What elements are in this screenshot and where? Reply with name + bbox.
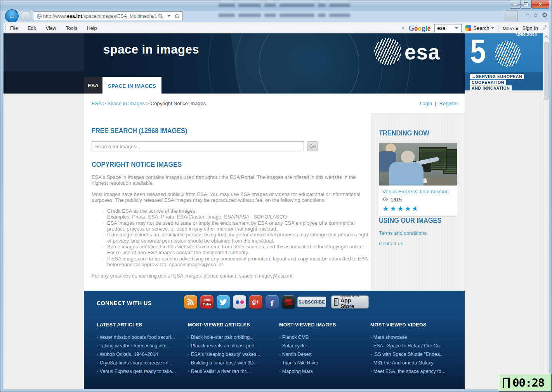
youtube-icon[interactable]: YouTube (200, 295, 214, 309)
footer-link[interactable]: ISS with Space Shuttle "Endea... (370, 350, 462, 359)
footer-column-list: Mars showcaseESA - Space to Relax / Our … (370, 333, 462, 376)
toolbar-divider (498, 25, 498, 32)
footer-link[interactable]: Mars showcase (370, 333, 462, 342)
footer-link[interactable]: ESA's 'sleeping beauty' wakes... (188, 350, 279, 359)
footer-link[interactable]: Solar cycle (279, 342, 370, 350)
toolbar-grip (5, 24, 6, 31)
trending-card[interactable]: Venus Express' final mission 1615 ★★★★☆★ (379, 142, 457, 217)
footer-column-list: Water mission boosts food securi...Takin… (97, 333, 188, 376)
footer-column-heading: LATEST ARTICLES (97, 322, 184, 328)
url-text[interactable]: http://www.esa.int/spaceinimages/ESA_Mul… (43, 14, 156, 19)
forward-button[interactable]: → (21, 11, 31, 21)
social-icons-row: YouTubeg+f (184, 295, 295, 309)
settings-gear-icon[interactable]: ⚙ (542, 11, 548, 19)
toolbar-more-button[interactable]: More » (502, 25, 518, 31)
app-store-badge[interactable]: Available on the App Store (331, 295, 369, 309)
browser-window: × ← → http://www.esa.int/spaceinimages/E… (0, 0, 552, 392)
wrench-icon[interactable] (542, 24, 548, 32)
toolbar-close-icon[interactable]: × (402, 25, 405, 31)
footer-link[interactable]: M31 the Andromeda Galaxy (370, 359, 462, 367)
toolbar-search-button[interactable]: Search (465, 25, 494, 31)
contact-us-link[interactable]: Contact us (379, 241, 465, 246)
anniversary-globe-icon (495, 41, 521, 67)
title-bar[interactable]: × (0, 0, 552, 11)
footer-link[interactable]: Meet ESA, the space agency fo... (370, 367, 462, 376)
footer-link[interactable]: Namib Desert (279, 350, 370, 359)
breadcrumb: ESA > Space in Images > Copyright Notice… (92, 101, 206, 106)
trending-photo[interactable] (379, 143, 457, 186)
google-toolbar-icon (465, 25, 471, 31)
breadcrumb-link[interactable]: Space in Images (107, 101, 145, 106)
footer-link[interactable]: Planck reveals an almost perf... (188, 342, 279, 350)
maximize-button[interactable] (521, 0, 532, 9)
breadcrumb-separator: > (145, 101, 151, 106)
close-button[interactable]: × (531, 0, 549, 9)
livestream-icon[interactable] (282, 295, 295, 309)
tab-stub[interactable] (505, 10, 518, 21)
chevron-down-icon[interactable] (165, 15, 172, 17)
go-button[interactable]: Go (307, 141, 318, 151)
footer-link[interactable]: Titan's Nile River (279, 359, 370, 367)
tab-esa[interactable]: ESA (84, 77, 102, 94)
favorites-star-icon[interactable]: ☆ (533, 11, 539, 19)
header-margin-left-lower (3, 71, 84, 94)
address-bar[interactable]: http://www.esa.int/spaceinimages/ESA_Mul… (33, 11, 183, 21)
image-search-input[interactable] (92, 141, 304, 151)
timer-icon (503, 378, 510, 388)
twitter-icon[interactable] (217, 295, 230, 309)
googleplus-icon[interactable]: g+ (249, 295, 262, 309)
tab-space-in-images[interactable]: SPACE IN IMAGES (102, 77, 161, 95)
scroll-up-button[interactable] (543, 33, 549, 40)
footer-link[interactable]: Mapping Mars (279, 367, 370, 376)
footer-link[interactable]: Reull Vallis: a river ran thr... (188, 367, 279, 376)
image-search-row: Go (92, 141, 369, 151)
register-link[interactable]: Register (439, 101, 458, 106)
toolbar-sign-in[interactable]: Sign In (522, 25, 538, 31)
trending-item-title[interactable]: Venus Express' final mission (379, 186, 457, 196)
minimize-button[interactable] (510, 0, 521, 9)
breadcrumb-link[interactable]: ESA (92, 101, 101, 106)
menu-help[interactable]: Help (86, 25, 98, 32)
menu-edit[interactable]: Edit (26, 25, 37, 32)
navigation-bar: ← → http://www.esa.int/spaceinimages/ESA… (3, 10, 549, 22)
background-window-title-blur-2 (219, 14, 350, 17)
footer-link[interactable]: CryoSat finds sharp increase in ... (97, 359, 188, 367)
footer-link[interactable]: Taking weather forecasting into ... (97, 342, 188, 350)
back-button[interactable]: ← (5, 9, 19, 23)
slogan-line: AND INNOVATION (470, 85, 512, 90)
toolbar-search-input[interactable] (436, 25, 453, 31)
photo-person (389, 162, 424, 186)
footer-link[interactable]: Building a lunar base with 3D... (188, 359, 279, 367)
view-count: 1615 (379, 196, 457, 203)
footer-link[interactable]: Water mission boosts food securi... (97, 333, 188, 342)
login-link[interactable]: Login (420, 101, 432, 106)
vertical-scrollbar[interactable] (543, 33, 549, 389)
esa-logo[interactable]: esa (374, 38, 442, 65)
footer-link[interactable]: Venus Express gets ready to take... (97, 367, 188, 376)
rss-icon[interactable] (184, 295, 197, 309)
page-viewport: space in images esa 1964-2014 5 → SERVIN… (3, 33, 549, 389)
toolbar-search-box[interactable] (434, 24, 462, 32)
google-logo: Google (408, 24, 430, 33)
refresh-icon[interactable] (174, 14, 180, 19)
menu-view[interactable]: View (45, 25, 57, 32)
footer-link[interactable]: Planck CMB (279, 333, 370, 342)
anniversary-years: 1964-2014 (516, 33, 537, 37)
facebook-icon[interactable]: f (266, 295, 279, 309)
slogan-line: COOPERATION (470, 80, 506, 85)
footer-link[interactable]: Black hole-star pair orbiting... (188, 333, 279, 342)
footer-link[interactable]: ESA - Space to Relax / Our Co... (370, 342, 462, 350)
flickr-icon[interactable] (233, 295, 246, 309)
footer-column-heading: MOST-VIEWED ARTICLES (188, 322, 276, 328)
chevron-down-icon[interactable] (455, 27, 458, 29)
terms-and-conditions-link[interactable]: Terms and conditions (379, 230, 465, 236)
footer-link[interactable]: Wubbo Ockels, 1946–2014 (97, 350, 188, 359)
menu-tools[interactable]: Tools (65, 25, 78, 32)
connect-with-us-label: CONNECT WITH US (97, 300, 152, 306)
scrollbar-thumb[interactable] (544, 42, 549, 100)
star-rating[interactable]: ★★★★☆★ (379, 203, 457, 213)
search-icon[interactable] (157, 14, 164, 19)
subscribe-button[interactable]: SUBSCRIBE (297, 297, 326, 307)
home-icon[interactable]: ⌂ (526, 11, 529, 19)
menu-file[interactable]: File (9, 25, 19, 32)
